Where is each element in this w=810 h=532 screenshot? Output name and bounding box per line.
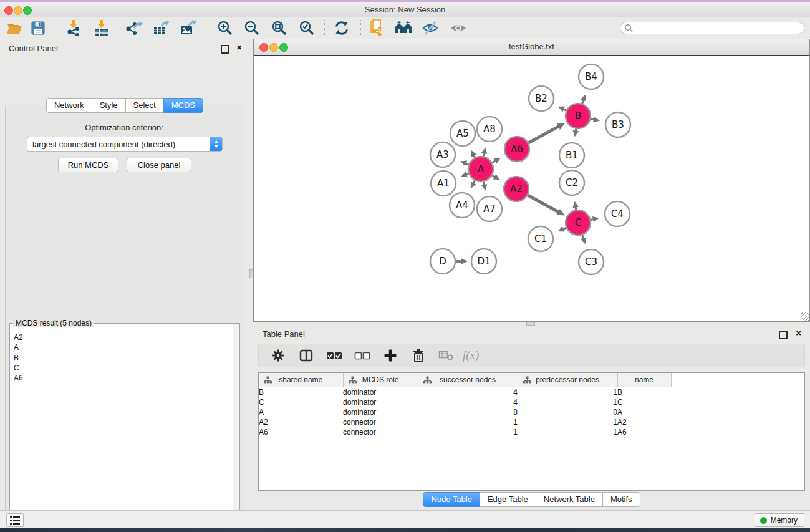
node-table-container[interactable]: shared nameMCDS rolesuccessor nodesprede… (258, 372, 805, 491)
column-header-name[interactable]: name (617, 373, 671, 387)
table-cell[interactable]: 4 (418, 397, 518, 407)
show-all-icon[interactable] (449, 19, 468, 37)
table-cell[interactable]: connector (343, 427, 418, 437)
network-window-titlebar[interactable]: testGlobe.txt (254, 39, 809, 55)
resize-grip[interactable] (801, 312, 809, 321)
tab-style[interactable]: Style (92, 98, 126, 113)
float-panel-icon[interactable] (221, 45, 229, 54)
float-panel-icon[interactable] (779, 331, 788, 339)
graph-edge-A2-C[interactable] (528, 195, 559, 213)
table-cell[interactable]: dominator (343, 407, 418, 417)
table-cell[interactable]: C (259, 397, 343, 407)
graph-node-label-B3: B3 (612, 119, 624, 130)
column-header-successor-nodes[interactable]: successor nodes (418, 373, 518, 387)
import-table-icon[interactable] (92, 19, 111, 37)
table-row[interactable]: Bdominator41B (259, 387, 804, 398)
table-cell[interactable]: A6 (259, 427, 343, 437)
tab-node-table[interactable]: Node Table (423, 492, 480, 507)
mcds-scrollbar[interactable] (233, 324, 239, 532)
table-cell[interactable]: A (617, 407, 671, 417)
table-cell[interactable]: dominator (343, 397, 418, 407)
delete-column-icon[interactable] (409, 347, 428, 364)
tab-mcds[interactable]: MCDS (163, 98, 203, 113)
close-panel-icon[interactable]: × (796, 327, 801, 339)
mcds-result-item[interactable]: B (14, 353, 233, 363)
table-toolbar: f(x) (258, 344, 805, 367)
task-history-button[interactable] (6, 513, 24, 527)
export-network-icon[interactable] (125, 19, 144, 37)
table-cell[interactable]: 1 (418, 427, 518, 437)
search-field[interactable] (620, 22, 804, 34)
search-input[interactable] (633, 23, 804, 33)
network-canvas[interactable]: B4B2BB3A8A5A6A3B1AA1C2A2A4A7C4CC1C3DD1 (254, 55, 809, 321)
tab-network[interactable]: Network (46, 98, 92, 113)
tab-select[interactable]: Select (125, 98, 164, 113)
column-view-icon[interactable] (297, 347, 316, 364)
zoom-out-icon[interactable] (243, 19, 261, 37)
mcds-result-box: MCDS result (5 nodes) A2ABCA6 (9, 323, 240, 532)
network-graph[interactable]: B4B2BB3A8A5A6A3B1AA1C2A2A4A7C4CC1C3DD1 (254, 56, 808, 321)
import-network-icon[interactable] (64, 19, 83, 37)
table-cell[interactable]: A (259, 407, 343, 417)
column-header-predecessor-nodes[interactable]: predecessor nodes (518, 373, 617, 387)
table-row[interactable]: A6connector11A6 (259, 427, 804, 437)
table-row[interactable]: A2connector11A2 (259, 417, 804, 427)
graph-edge-arrowhead (593, 117, 600, 122)
export-table-icon[interactable] (152, 19, 171, 37)
graph-node-label-A2: A2 (510, 183, 523, 195)
close-panel-button[interactable]: Close panel (127, 158, 191, 172)
column-header-mcds-role[interactable]: MCDS role (343, 373, 418, 387)
table-cell[interactable]: B (259, 387, 343, 398)
run-mcds-button[interactable]: Run MCDS (58, 158, 118, 172)
table-row[interactable]: Adominator80A (259, 407, 804, 417)
table-cell[interactable]: C (617, 397, 671, 407)
export-image-icon[interactable] (179, 19, 198, 37)
first-neighbors-icon[interactable] (394, 19, 413, 37)
table-cell[interactable]: B (617, 387, 671, 398)
table-cell[interactable]: 0 (518, 407, 617, 417)
control-panel-tabs: NetworkStyleSelectMCDS (0, 98, 249, 113)
add-column-icon[interactable] (381, 347, 400, 364)
settings-icon[interactable] (269, 347, 287, 364)
table-cell[interactable]: dominator (343, 387, 418, 398)
zoom-selected-icon[interactable] (297, 19, 316, 37)
table-cell[interactable]: 1 (518, 417, 617, 427)
memory-button[interactable]: Memory (755, 513, 804, 527)
select-all-icon[interactable] (325, 347, 344, 364)
open-session-icon[interactable] (5, 19, 24, 37)
new-network-from-selection-icon[interactable] (369, 19, 387, 37)
save-session-icon[interactable] (29, 19, 47, 37)
graph-edge-arrowhead (581, 238, 586, 244)
tab-motifs[interactable]: Motifs (602, 492, 640, 507)
criterion-dropdown[interactable]: largest connected component (directed) (27, 137, 223, 152)
table-cell[interactable]: 8 (418, 407, 518, 417)
tab-edge-table[interactable]: Edge Table (480, 492, 536, 507)
column-type-icon (523, 376, 531, 384)
table-cell[interactable]: 1 (518, 387, 617, 398)
dropdown-stepper-icon (210, 137, 222, 151)
mcds-result-item[interactable]: C (14, 363, 233, 373)
zoom-fit-icon[interactable] (270, 19, 289, 37)
graph-edge-A6-B[interactable] (528, 126, 559, 143)
table-cell[interactable]: A2 (617, 417, 671, 427)
close-panel-icon[interactable]: × (236, 42, 242, 53)
table-cell[interactable]: A6 (617, 427, 671, 437)
mcds-result-item[interactable]: A2 (14, 332, 233, 342)
table-cell[interactable]: 1 (418, 417, 518, 427)
table-cell[interactable]: 1 (518, 427, 617, 437)
deselect-all-icon[interactable] (353, 347, 372, 364)
tab-network-table[interactable]: Network Table (536, 492, 603, 507)
mcds-result-item[interactable]: A (14, 342, 233, 352)
graph-node-label-C1: C1 (534, 233, 547, 244)
delete-table-icon (437, 347, 456, 364)
table-cell[interactable]: connector (343, 417, 418, 427)
zoom-in-icon[interactable] (216, 19, 234, 37)
hide-selected-icon[interactable] (421, 19, 440, 37)
table-row[interactable]: Cdominator41C (259, 397, 804, 407)
mcds-result-item[interactable]: A6 (14, 373, 233, 383)
refresh-view-icon[interactable] (332, 19, 351, 37)
column-header-shared-name[interactable]: shared name (259, 373, 343, 387)
table-cell[interactable]: A2 (259, 417, 343, 427)
table-cell[interactable]: 1 (518, 397, 617, 407)
table-cell[interactable]: 4 (418, 387, 518, 398)
